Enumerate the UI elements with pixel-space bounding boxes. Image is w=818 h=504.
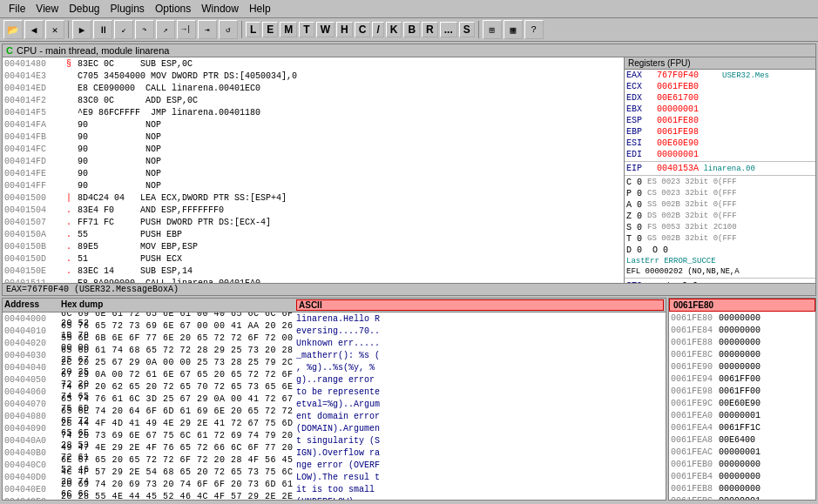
disasm-row[interactable]: 0040150A . 55 PUSH EBP bbox=[3, 228, 624, 240]
toolbar-open[interactable]: 📂 bbox=[3, 20, 23, 39]
disasm-row[interactable]: 004014FC 90 NOP bbox=[3, 143, 624, 155]
menu-debug[interactable]: Debug bbox=[64, 2, 105, 16]
hex-content[interactable]: 00404000 6C 69 6E 61 72 65 6E 61 00 40 6… bbox=[3, 312, 666, 500]
toolbar-t[interactable]: T bbox=[299, 22, 314, 37]
toolbar-back[interactable]: ◀ bbox=[24, 20, 44, 39]
right-reg-val: 00000000 bbox=[719, 326, 761, 335]
right-reg-val: 00E6400 bbox=[719, 435, 755, 445]
disasm-row[interactable]: 004014FF 90 NOP bbox=[3, 179, 624, 192]
toolbar-dots[interactable]: ... bbox=[440, 22, 457, 37]
flag-s: S 0 FS 0053 32bit 2C100 bbox=[625, 222, 815, 233]
disasm-addr: 0040150D bbox=[4, 254, 65, 264]
disasm-row[interactable]: 004014FA 90 NOP bbox=[3, 118, 624, 131]
disasm-row[interactable]: 004014F5 ^E9 86FCFFFF JMP linarena.00401… bbox=[3, 106, 624, 118]
toolbar-slash[interactable]: / bbox=[372, 22, 383, 37]
toolbar-step-over[interactable]: ↷ bbox=[135, 20, 154, 39]
reg-ebx: EBX 00000001 bbox=[625, 104, 815, 115]
disasm-addr: 0040150A bbox=[4, 230, 65, 239]
menu-plugins[interactable]: Plugins bbox=[105, 2, 150, 16]
disasm-row[interactable]: 00401507 . FF71 FC PUSH DWORD PTR DS:[EC… bbox=[3, 216, 624, 228]
right-reg-row: 0061FE88 00000000 bbox=[669, 336, 815, 348]
disasm-row[interactable]: 0040150E . 83EC 14 SUB ESP,14 bbox=[3, 265, 624, 277]
menu-window[interactable]: Window bbox=[196, 2, 244, 16]
hex-row-ascii: _matherr(): %s ( bbox=[296, 351, 664, 360]
disasm-row[interactable]: 004014FE 90 NOP bbox=[3, 167, 624, 179]
right-reg-header: 0061FE80 bbox=[669, 299, 815, 312]
right-reg-addr: 0061FEA0 bbox=[671, 411, 719, 420]
disasm-row[interactable]: 004014ED E8 CE090000 CALL linarena.00401… bbox=[3, 82, 624, 94]
toolbar-e[interactable]: E bbox=[262, 22, 278, 37]
toolbar-step-into[interactable]: ↙ bbox=[114, 20, 133, 39]
disasm-instr: 83EC 0C SUB ESP,0C bbox=[72, 59, 622, 69]
toolbar-exec-till[interactable]: ⇥ bbox=[198, 20, 217, 39]
toolbar-pause[interactable]: ⏸ bbox=[93, 20, 112, 39]
hex-ascii-header: ASCII bbox=[296, 299, 664, 311]
hex-row[interactable]: 004040F0 20 28 55 4E 44 45 52 46 4C 4F 5… bbox=[3, 495, 666, 500]
toolbar-m[interactable]: M bbox=[280, 22, 297, 37]
disasm-row[interactable]: 004014F2 83C0 0C ADD ESP,0C bbox=[3, 94, 624, 106]
disasm-row[interactable]: 00401480 § 83EC 0C SUB ESP,0C bbox=[3, 57, 624, 70]
toolbar-h[interactable]: H bbox=[336, 22, 353, 37]
right-reg-addr: 0061FEB8 bbox=[671, 484, 719, 494]
disasm-addr: 004014F5 bbox=[4, 108, 65, 118]
toolbar-r[interactable]: R bbox=[422, 22, 438, 37]
toolbar-run[interactable]: ▶ bbox=[72, 20, 91, 39]
menu-view[interactable]: View bbox=[30, 2, 64, 16]
flag-a: A 0 SS 002B 32bit 0(FFF bbox=[625, 199, 815, 211]
right-reg-row: 0061FEB8 00000000 bbox=[669, 482, 815, 494]
toolbar-run-to[interactable]: →| bbox=[177, 20, 196, 39]
menu-options[interactable]: Options bbox=[150, 2, 196, 16]
toolbar-grid[interactable]: ⊞ bbox=[483, 20, 502, 39]
disasm-row[interactable]: 0040150D . 51 PUSH ECX bbox=[3, 252, 624, 265]
toolbar-c[interactable]: C bbox=[355, 22, 371, 37]
toolbar-s[interactable]: S bbox=[459, 22, 475, 37]
right-reg-panel: 0061FE80 0061FE80 00000000 0061FE84 0000… bbox=[668, 298, 816, 501]
cpu-disasm[interactable]: 00401480 § 83EC 0C SUB ESP,0C 004014E3 C… bbox=[3, 57, 624, 283]
right-reg-val: 0061FF1C bbox=[719, 423, 761, 433]
disasm-row[interactable]: 00401511 . E8 8A090000 CALL linarena.004… bbox=[3, 277, 624, 283]
hex-addr-header: Address bbox=[4, 299, 61, 311]
reg-esi: ESI 00E60E90 bbox=[625, 138, 815, 149]
toolbar-restart[interactable]: ↺ bbox=[219, 20, 238, 39]
toolbar-help[interactable]: ? bbox=[524, 20, 544, 39]
menu-file[interactable]: File bbox=[3, 2, 30, 16]
flag-p: P 0 CS 0023 32bit 0(FFF bbox=[625, 188, 815, 199]
toolbar-b[interactable]: B bbox=[403, 22, 420, 37]
disasm-row[interactable]: 004014E3 C705 34504000 MOV DWORD PTR DS:… bbox=[3, 70, 624, 82]
hex-row-ascii: t singularity (S bbox=[296, 436, 664, 446]
toolbar-grid2[interactable]: ▦ bbox=[504, 20, 523, 39]
cpu-panel: C CPU - main thread, module linarena 004… bbox=[2, 44, 816, 296]
toolbar-k[interactable]: K bbox=[386, 22, 402, 37]
disasm-row[interactable]: 0040150B . 89E5 MOV EBP,ESP bbox=[3, 240, 624, 252]
right-reg-row: 0061FEBC 00000001 bbox=[669, 494, 815, 500]
right-reg-val: 0061FF00 bbox=[719, 374, 761, 384]
disasm-addr: 004014FE bbox=[4, 169, 65, 178]
right-reg-val: 00000000 bbox=[719, 460, 761, 469]
disasm-addr: 00401500 bbox=[4, 193, 65, 203]
disasm-row[interactable]: 00401504 . 83E4 F0 AND ESP,FFFFFFF0 bbox=[3, 204, 624, 216]
toolbar-l[interactable]: L bbox=[246, 22, 260, 37]
right-reg-row: 0061FEA4 0061FF1C bbox=[669, 421, 815, 433]
bottom-panels: Address Hex dump ASCII 00404000 6C 69 6E… bbox=[2, 298, 816, 501]
disasm-row[interactable]: 004014FB 90 NOP bbox=[3, 131, 624, 143]
disasm-addr: 0040150B bbox=[4, 242, 65, 252]
menubar: File View Debug Plugins Options Window H… bbox=[0, 0, 818, 18]
right-reg-row: 0061FEA8 00E6400 bbox=[669, 433, 815, 446]
right-reg-val: 00000000 bbox=[719, 472, 761, 481]
disasm-instr: ^E9 86FCFFFF JMP linarena.00401180 bbox=[72, 108, 622, 118]
reg-divider2 bbox=[625, 175, 815, 176]
hex-panel[interactable]: Address Hex dump ASCII 00404000 6C 69 6E… bbox=[2, 298, 666, 501]
disasm-row[interactable]: 00401500 | 8D4C24 04 LEA ECX,DWORD PTR S… bbox=[3, 192, 624, 204]
disasm-addr: 00401480 bbox=[4, 59, 65, 69]
toolbar-close[interactable]: ✕ bbox=[45, 20, 64, 39]
right-reg-row: 0061FE84 00000000 bbox=[669, 324, 815, 336]
toolbar-sep1 bbox=[68, 21, 69, 38]
toolbar-w[interactable]: W bbox=[316, 22, 335, 37]
cpu-title-text: CPU - main thread, module linarena bbox=[17, 45, 169, 56]
right-reg-addr: 0061FE90 bbox=[671, 362, 719, 372]
disasm-row[interactable]: 004014FD 90 NOP bbox=[3, 155, 624, 167]
right-reg-addr: 0061FEB0 bbox=[671, 460, 719, 469]
hex-row-addr: 00404030 bbox=[4, 351, 61, 360]
menu-help[interactable]: Help bbox=[244, 2, 276, 16]
toolbar-step-out[interactable]: ↗ bbox=[156, 20, 175, 39]
